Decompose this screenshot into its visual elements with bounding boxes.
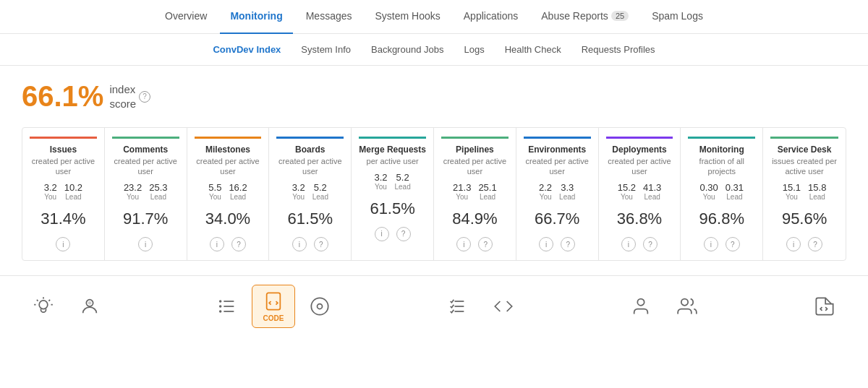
lead-label: Lead bbox=[65, 193, 81, 201]
icon-btn-code-brackets[interactable] bbox=[482, 285, 525, 328]
icon-btn-person-outline1[interactable] bbox=[619, 285, 663, 328]
card-header: Comments created per active user bbox=[112, 137, 179, 176]
metric-card-issues: Issues created per active user 3.2 You 1… bbox=[22, 128, 105, 260]
index-score-help-icon[interactable]: ? bbox=[139, 91, 150, 103]
help-icon[interactable]: ? bbox=[314, 237, 328, 251]
info-icon[interactable]: i bbox=[56, 237, 70, 251]
lead-label: Lead bbox=[312, 193, 328, 201]
help-icon[interactable]: ? bbox=[808, 237, 822, 251]
card-header: Boards created per active user bbox=[276, 137, 344, 176]
metric-card-merge-requests: Merge Requests per active user 3.2 You 5… bbox=[352, 128, 434, 260]
svg-point-0 bbox=[39, 301, 48, 309]
icon-btn-circle-dot[interactable] bbox=[298, 285, 341, 328]
metric-card-comments: Comments created per active user 23.2 Yo… bbox=[105, 128, 187, 260]
lead-value-group: 3.3 Lead bbox=[559, 182, 575, 201]
card-header: Environments created per active user bbox=[524, 137, 591, 176]
card-subtitle: created per active user bbox=[276, 156, 344, 177]
card-subtitle: created per active user bbox=[524, 156, 591, 177]
info-icon[interactable]: i bbox=[210, 237, 224, 251]
person-outline1-icon bbox=[631, 296, 651, 316]
lead-label: Lead bbox=[809, 193, 825, 201]
info-icon[interactable]: i bbox=[292, 237, 307, 251]
icon-btn-code[interactable]: CODE bbox=[252, 285, 295, 328]
card-subtitle: issues created per active user bbox=[770, 156, 838, 177]
info-icon[interactable]: i bbox=[704, 237, 718, 251]
sub-navigation: ConvDev Index System Info Background Job… bbox=[0, 34, 868, 66]
person-outline2-icon bbox=[677, 296, 697, 316]
help-icon[interactable]: ? bbox=[231, 237, 246, 251]
card-title: Pipelines bbox=[441, 145, 509, 156]
you-value: 2.2 bbox=[539, 182, 552, 193]
lead-label: Lead bbox=[230, 193, 246, 201]
info-icon[interactable]: i bbox=[621, 237, 636, 251]
nav-monitoring[interactable]: Monitoring bbox=[220, 0, 292, 34]
card-header: Monitoring fraction of all projects bbox=[688, 137, 755, 176]
icon-btn-idea[interactable] bbox=[22, 285, 65, 328]
help-icon[interactable]: ? bbox=[643, 237, 658, 251]
nav-applications[interactable]: Applications bbox=[454, 0, 529, 34]
card-percentage: 31.4% bbox=[41, 210, 85, 228]
card-percentage: 61.5% bbox=[288, 210, 333, 228]
svg-point-21 bbox=[681, 299, 688, 306]
abuse-reports-badge: 25 bbox=[611, 11, 629, 21]
card-percentage: 91.7% bbox=[123, 210, 168, 228]
icon-btn-person[interactable] bbox=[68, 285, 111, 328]
you-value-group: 2.2 You bbox=[539, 182, 552, 201]
help-icon[interactable]: ? bbox=[396, 227, 411, 241]
card-values: 3.2 You 10.2 Lead bbox=[30, 182, 97, 201]
info-icon[interactable]: i bbox=[138, 237, 153, 251]
card-title: Issues bbox=[30, 145, 97, 156]
lead-value-group: 10.2 Lead bbox=[64, 182, 82, 201]
subnav-background-jobs[interactable]: Background Jobs bbox=[362, 34, 452, 66]
lead-value: 5.2 bbox=[396, 172, 409, 183]
card-title: Monitoring bbox=[688, 145, 755, 156]
icon-btn-checklist[interactable] bbox=[435, 285, 479, 328]
help-icon[interactable]: ? bbox=[561, 237, 575, 251]
info-icon[interactable]: i bbox=[456, 237, 471, 251]
help-icon[interactable]: ? bbox=[478, 237, 493, 251]
icon-btn-code-xml[interactable] bbox=[803, 285, 846, 328]
card-values: 15.1 You 15.8 Lead bbox=[770, 182, 838, 201]
subnav-convdev[interactable]: ConvDev Index bbox=[204, 34, 289, 66]
nav-spam-logs[interactable]: Spam Logs bbox=[642, 0, 713, 34]
card-icons: i ? bbox=[539, 237, 575, 251]
subnav-health-check[interactable]: Health Check bbox=[496, 34, 570, 66]
you-label: You bbox=[292, 193, 305, 201]
metric-card-monitoring: Monitoring fraction of all projects 0.30… bbox=[681, 128, 763, 260]
nav-overview[interactable]: Overview bbox=[155, 0, 217, 34]
card-header: Merge Requests per active user bbox=[359, 137, 426, 166]
you-value-group: 3.2 You bbox=[44, 182, 57, 201]
lead-value-group: 25.1 Lead bbox=[478, 182, 496, 201]
icon-btn-person-outline2[interactable] bbox=[665, 285, 709, 328]
subnav-system-info[interactable]: System Info bbox=[292, 34, 359, 66]
svg-line-4 bbox=[37, 300, 38, 301]
metric-card-milestones: Milestones created per active user 5.5 Y… bbox=[187, 128, 270, 260]
info-icon[interactable]: i bbox=[375, 227, 389, 241]
you-value-group: 0.30 You bbox=[699, 182, 718, 201]
card-icons: i bbox=[56, 237, 70, 251]
card-title: Environments bbox=[524, 145, 591, 156]
nav-abuse-reports[interactable]: Abuse Reports 25 bbox=[531, 0, 639, 34]
card-icons: i ? bbox=[210, 237, 246, 251]
nav-system-hooks[interactable]: System Hooks bbox=[365, 0, 451, 34]
help-icon[interactable]: ? bbox=[726, 237, 740, 251]
nav-messages[interactable]: Messages bbox=[296, 0, 362, 34]
card-values: 3.2 You 5.2 Lead bbox=[276, 182, 344, 201]
info-icon[interactable]: i bbox=[786, 237, 801, 251]
card-subtitle: created per active user bbox=[30, 156, 97, 177]
lead-value: 5.2 bbox=[314, 182, 327, 193]
card-percentage: 34.0% bbox=[205, 210, 250, 228]
info-icon[interactable]: i bbox=[539, 237, 553, 251]
icon-btn-list[interactable] bbox=[205, 285, 249, 328]
card-icons: i ? bbox=[375, 227, 411, 241]
metric-card-service-desk: Service Desk issues created per active u… bbox=[763, 128, 846, 260]
lead-value-group: 5.2 Lead bbox=[395, 172, 411, 191]
you-value: 15.2 bbox=[618, 182, 636, 193]
card-icons: i bbox=[138, 237, 153, 251]
card-title: Merge Requests bbox=[359, 145, 426, 156]
lead-value-group: 0.31 Lead bbox=[726, 182, 744, 201]
card-percentage: 84.9% bbox=[452, 210, 497, 228]
card-icons: i ? bbox=[704, 237, 740, 251]
subnav-logs[interactable]: Logs bbox=[455, 34, 493, 66]
subnav-requests-profiles[interactable]: Requests Profiles bbox=[573, 34, 664, 66]
